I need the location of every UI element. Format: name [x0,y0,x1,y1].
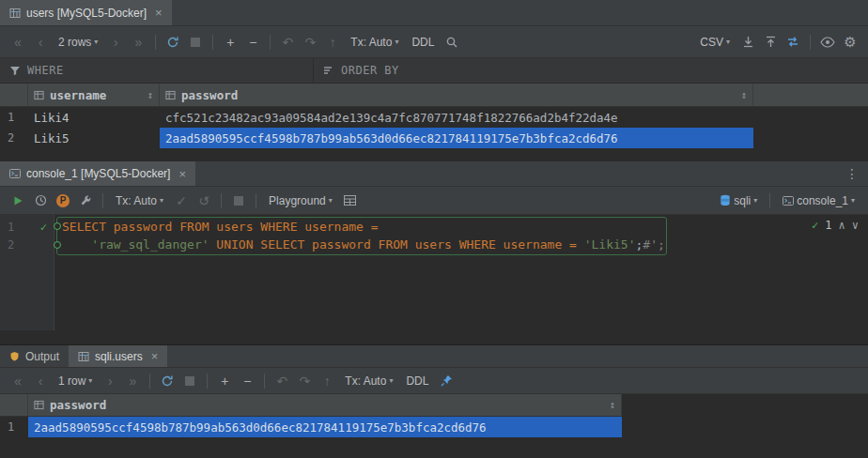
reload-icon[interactable] [157,371,178,391]
eye-icon[interactable] [817,32,838,53]
first-page-button[interactable]: « [8,32,28,53]
history-clock-icon[interactable] [30,191,51,211]
sql-comment-segment: #'; [643,237,664,252]
ddl-button[interactable]: DDL [406,32,440,53]
wrench-icon[interactable] [75,191,96,211]
previous-page-button[interactable]: ‹ [30,32,51,53]
commit-icon[interactable]: ✓ [171,191,192,211]
column-header-password[interactable]: password ↕ [160,84,753,106]
add-row-button[interactable]: + [214,371,235,391]
close-icon[interactable]: × [178,167,186,181]
tx-mode-dropdown[interactable]: Tx: Auto ▾ [345,32,404,53]
cell-password-selected[interactable]: 2aad5890595ccf4598b787b99ab563d0d66ec821… [28,417,622,437]
rollback-icon[interactable]: ↺ [194,191,214,211]
settings-gear-icon[interactable]: ⚙ [840,32,860,53]
order-by-filter-field[interactable]: ORDER BY [314,58,409,83]
playground-label: Playground [269,194,326,207]
page-size-dropdown[interactable]: 2 rows ▾ [53,32,103,53]
sort-arrows-icon: ↕ [147,89,153,101]
export-format-dropdown[interactable]: CSV ▾ [694,32,736,53]
next-result-icon[interactable]: ∨ [852,219,859,232]
cell-password[interactable]: cfc521c23482ac93a09584ad2e139c4a7fc87077… [160,107,753,128]
stop-icon[interactable] [228,191,249,211]
sql-string-segment: 'Liki5' [584,237,636,252]
revert-icon[interactable]: ↶ [277,32,298,53]
page-size-dropdown[interactable]: 1 row ▾ [53,371,98,391]
submit-icon[interactable]: ↑ [322,32,343,53]
column-header-password[interactable]: password ↕ [28,394,622,416]
chevron-down-icon: ▾ [395,38,398,46]
editor-code-area[interactable]: SELECT password FROM users WHERE usernam… [54,215,868,330]
chevron-down-icon: ▾ [88,376,92,385]
cell-username[interactable]: Liki4 [28,107,160,128]
cell-username[interactable]: Liki5 [28,128,160,148]
toolbar-separator [221,193,222,208]
toolbar-separator [256,193,256,208]
line-number: 1 [8,221,14,234]
submit-icon[interactable]: ↑ [317,371,337,391]
result-toolbar: « ‹ 1 row ▾ › » + − ↶ ↷ ↑ Tx: Auto ▾ DDL [0,368,868,394]
shield-icon [9,351,20,362]
last-page-button[interactable]: » [122,371,143,391]
redo-icon[interactable]: ↷ [294,371,315,391]
tabbar-spacer [167,345,868,367]
close-icon[interactable]: × [151,349,159,363]
add-row-button[interactable]: + [220,32,240,53]
next-page-button[interactable]: › [105,32,126,53]
playground-dropdown[interactable]: Playground ▾ [263,191,338,211]
tab-result-grid[interactable]: sqli.users × [69,345,167,367]
session-switcher-dropdown[interactable]: console_1 ▾ [777,191,860,211]
delete-row-button[interactable]: − [242,32,263,53]
schema-switcher-dropdown[interactable]: sqli ▾ [714,191,763,211]
search-icon[interactable] [442,32,462,53]
stop-icon[interactable] [185,32,206,53]
table-row[interactable]: 2 Liki5 2aad5890595ccf4598b787b99ab563d0… [0,128,868,148]
tx-mode-dropdown[interactable]: Tx: Auto ▾ [339,371,398,391]
table-row[interactable]: 1 Liki4 cfc521c23482ac93a09584ad2e139c4a… [0,107,868,128]
chevron-down-icon: ▾ [726,38,730,46]
toolbar-separator [810,35,811,50]
column-label: password [181,88,238,102]
tab-output[interactable]: Output [0,345,69,367]
cell-password-selected[interactable]: 2aad5890595ccf4598b787b99ab563d0d66ec821… [160,128,753,148]
tab-console[interactable]: console_1 [MySQL5-Docker] × [0,161,195,186]
stop-icon[interactable] [179,371,200,391]
delete-row-button[interactable]: − [237,371,257,391]
chevron-down-icon: ▾ [94,38,98,46]
next-page-button[interactable]: › [100,371,120,391]
download-icon[interactable] [737,32,758,53]
row-filler [753,107,868,128]
run-icon[interactable] [8,191,28,211]
tab-label: users [MySQL5-Docker] [26,7,147,20]
ddl-button[interactable]: DDL [400,371,434,391]
previous-result-icon[interactable]: ∧ [839,219,845,232]
tab-users-table[interactable]: users [MySQL5-Docker] × [0,0,172,25]
csv-label: CSV [700,36,723,49]
row-filler [622,417,868,437]
column-header-username[interactable]: username ↕ [28,84,160,106]
table-row[interactable]: 1 2aad5890595ccf4598b787b99ab563d0d66ec8… [0,417,868,437]
order-by-placeholder: ORDER BY [341,64,399,77]
reload-icon[interactable] [163,32,183,53]
previous-page-button[interactable]: ‹ [30,371,51,391]
upload-icon[interactable] [760,32,781,53]
first-page-button[interactable]: « [8,371,28,391]
tx-label: Tx: Auto [350,36,392,49]
last-page-button[interactable]: » [128,32,148,53]
sql-editor[interactable]: 1 ✓ 2 SELECT password FROM users WHERE u… [0,215,868,330]
tab-label: console_1 [MySQL5-Docker] [26,167,170,180]
more-options-icon[interactable]: ⋮ [836,161,868,186]
tx-mode-dropdown[interactable]: Tx: Auto ▾ [110,191,169,211]
redo-icon[interactable]: ↷ [300,32,320,53]
close-icon[interactable]: × [155,6,163,20]
where-filter-field[interactable]: WHERE [0,58,314,83]
revert-icon[interactable]: ↶ [271,371,292,391]
pane-splitter[interactable] [0,330,868,345]
sync-arrows-icon[interactable] [783,32,803,53]
pin-icon[interactable] [436,371,457,391]
stop-square [191,38,200,47]
output-layout-icon[interactable] [340,191,361,211]
result-count: 1 [825,219,831,232]
parameters-p-icon[interactable]: P [53,191,73,211]
console-toolbar: P Tx: Auto ▾ ✓ ↺ Playground ▾ sqli ▾ [0,187,868,215]
